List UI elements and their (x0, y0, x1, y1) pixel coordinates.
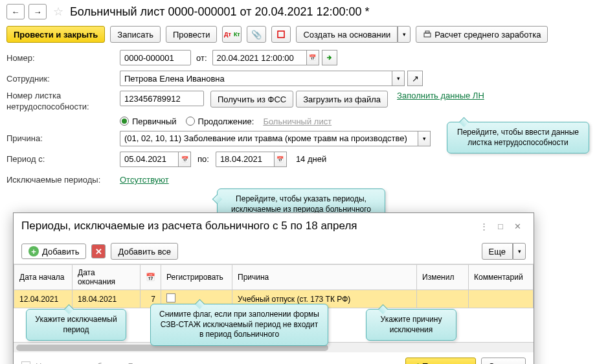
chevron-down-icon[interactable]: ▾ (392, 71, 405, 86)
assign-checkbox[interactable] (21, 361, 30, 364)
employee-field[interactable] (120, 71, 392, 86)
callout-reason: Укажите причину исключения (366, 309, 456, 341)
col-changed[interactable]: Изменил (417, 265, 469, 290)
apply-button[interactable]: ✔ Применить (405, 358, 476, 364)
favorite-icon[interactable]: ☆ (53, 5, 63, 19)
create-based-dropdown[interactable]: Создать на основании ▾ (296, 26, 411, 43)
nav-fwd-button[interactable]: → (28, 4, 47, 19)
col-days[interactable]: 📅 (141, 265, 161, 290)
date-field[interactable] (212, 50, 306, 65)
sheet-no-field[interactable] (120, 91, 204, 106)
callout-period: Укажите исключаемый период (26, 309, 126, 341)
period-from-field[interactable] (120, 152, 178, 167)
excluded-link[interactable]: Отсутствуют (120, 175, 169, 185)
delete-button[interactable]: ✕ (91, 244, 106, 258)
open-icon[interactable]: ↗ (407, 71, 423, 86)
svg-rect-2 (425, 31, 429, 33)
sheet-no-label: Номер листка нетрудоспособности: (6, 91, 120, 113)
period-from-label: Период с: (6, 154, 120, 164)
stamp-icon[interactable] (271, 26, 291, 43)
attach-icon[interactable]: 📎 (247, 26, 266, 43)
reason-field[interactable] (120, 131, 418, 146)
calendar-icon[interactable]: 📅 (306, 50, 319, 65)
post-button[interactable]: Провести (166, 26, 218, 43)
get-fss-button[interactable]: Получить из ФСС (210, 91, 293, 108)
primary-radio[interactable]: Первичный (120, 117, 177, 126)
number-field[interactable] (120, 50, 191, 65)
period-to-field[interactable] (216, 152, 274, 167)
action-icon[interactable] (322, 50, 337, 65)
plus-icon: + (28, 246, 39, 256)
load-file-button[interactable]: Загрузить из файла (296, 91, 388, 108)
col-reason[interactable]: Причина (232, 265, 417, 290)
number-label: Номер: (6, 53, 120, 63)
add-all-button[interactable]: Добавить все (111, 243, 178, 260)
col-start[interactable]: Дата начала (14, 265, 73, 290)
continuation-link: Больничный лист (263, 117, 332, 126)
page-title: Больничный лист 0000-000001 от 20.04.202… (70, 5, 370, 19)
days-text: 14 дней (296, 154, 326, 164)
dt-kt-icon[interactable]: ДтКт (222, 26, 242, 43)
chevron-down-icon[interactable]: ▾ (418, 131, 431, 146)
period-to-label: по: (197, 154, 209, 164)
continuation-radio[interactable]: Продолжение: (186, 117, 254, 126)
add-button[interactable]: + Добавить (21, 244, 86, 259)
nav-back-button[interactable]: ← (6, 4, 25, 19)
fill-ln-link[interactable]: Заполнить данные ЛН (397, 91, 484, 100)
periods-table: Дата начала Дата окончания 📅 Регистриров… (14, 264, 534, 308)
post-close-button[interactable]: Провести и закрыть (6, 26, 105, 43)
assign-label: Назначить пособие (36, 361, 111, 365)
cancel-button[interactable]: Отмена (481, 358, 526, 364)
close-icon[interactable]: ✕ (509, 218, 526, 234)
col-register[interactable]: Регистрировать (161, 265, 232, 290)
svg-rect-0 (278, 31, 284, 38)
register-checkbox[interactable] (166, 293, 175, 302)
calendar-icon[interactable]: 📅 (274, 152, 287, 167)
callout-register: Снимите флаг, если при заполнении формы … (150, 304, 328, 346)
calc-avg-button[interactable]: Расчет среднего заработка (416, 26, 548, 43)
calendar-icon[interactable]: 📅 (178, 152, 191, 167)
printer-icon (423, 30, 432, 39)
employee-label: Сотрудник: (6, 74, 120, 84)
excluded-label: Исключаемые периоды: (6, 175, 120, 185)
svg-rect-1 (424, 33, 431, 37)
dialog-title: Периоды, исключаемые из расчета больничн… (21, 220, 475, 233)
callout-fill-ln: Перейдите, чтобы ввести данные листка не… (447, 122, 589, 154)
col-end[interactable]: Дата окончания (73, 265, 141, 290)
more-icon[interactable]: ⋮ (475, 218, 492, 234)
date-from-label: от: (196, 53, 207, 63)
maximize-icon[interactable]: □ (492, 218, 509, 234)
reason-label: Причина: (6, 133, 120, 143)
write-button[interactable]: Записать (110, 26, 161, 43)
col-comment[interactable]: Комментарий (469, 265, 534, 290)
more-dropdown[interactable]: Еще ▾ (482, 243, 526, 260)
